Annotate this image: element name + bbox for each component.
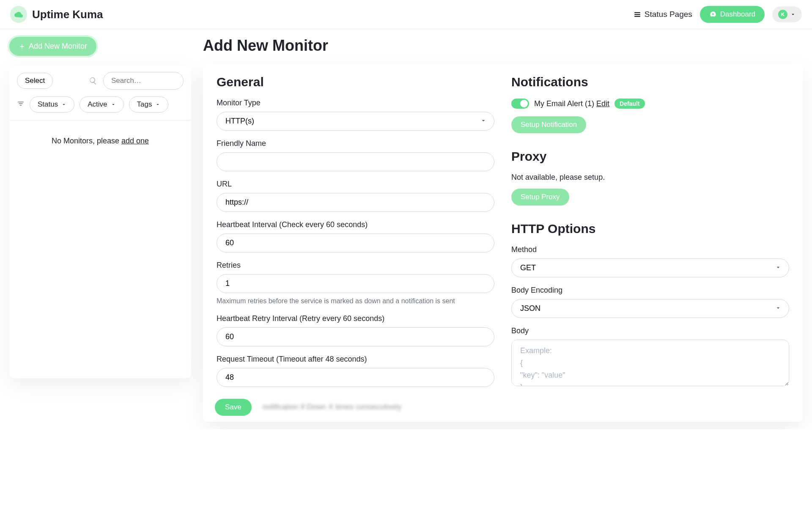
sidebar: Add New Monitor Select Status Active [9, 37, 191, 422]
friendly-name-label: Friendly Name [217, 139, 494, 148]
main: Add New Monitor General Monitor Type Fri… [203, 37, 803, 422]
dashboard-button[interactable]: Dashboard [700, 6, 765, 23]
search-icon [89, 77, 97, 85]
plus-icon [19, 43, 25, 50]
retries-help: Maximum retries before the service is ma… [217, 296, 494, 306]
search-input[interactable] [103, 72, 184, 90]
add-new-monitor-label: Add New Monitor [29, 42, 87, 51]
friendly-name-group: Friendly Name [217, 139, 494, 171]
brand[interactable]: Uptime Kuma [10, 6, 103, 23]
friendly-name-input[interactable] [217, 152, 494, 171]
heartbeat-interval-input[interactable] [217, 233, 494, 252]
notification-toggle[interactable] [511, 99, 529, 109]
app-header: Uptime Kuma Status Pages Dashboard K [0, 0, 812, 29]
filter-tags[interactable]: Tags [129, 96, 169, 112]
body-encoding-label: Body Encoding [511, 286, 789, 295]
brand-logo [10, 6, 27, 23]
retries-group: Retries Maximum retries before the servi… [217, 261, 494, 306]
content-card: General Monitor Type Friendly Name URL [203, 64, 803, 422]
user-menu[interactable]: K [772, 6, 802, 22]
url-label: URL [217, 180, 494, 189]
monitor-list-card: Select Status Active Tags [9, 65, 191, 378]
tachometer-icon [709, 11, 717, 18]
select-button[interactable]: Select [17, 73, 53, 89]
proxy-section: Proxy Not available, please setup. Setup… [511, 149, 789, 206]
body-encoding-select[interactable] [511, 299, 789, 318]
heartbeat-interval-label: Heartbeat Interval (Check every 60 secon… [217, 220, 494, 229]
cloud-logo-icon [14, 10, 23, 19]
retries-input[interactable] [217, 274, 494, 293]
chevron-down-icon [155, 102, 160, 107]
notification-row: My Email Alert (1) Edit Default [511, 99, 789, 109]
page-title: Add New Monitor [203, 37, 803, 55]
sidebar-top-row: Select [9, 65, 191, 95]
setup-notification-button[interactable]: Setup Notification [511, 116, 586, 133]
url-group: URL [217, 180, 494, 212]
notifications-heading: Notifications [511, 75, 789, 89]
general-column: General Monitor Type Friendly Name URL [217, 75, 494, 396]
method-group: Method [511, 245, 789, 277]
setup-proxy-button[interactable]: Setup Proxy [511, 189, 569, 206]
add-new-monitor-button[interactable]: Add New Monitor [9, 37, 96, 56]
proxy-heading: Proxy [511, 149, 789, 164]
sort-icon[interactable] [17, 100, 25, 110]
retry-interval-group: Heartbeat Retry Interval (Retry every 60… [217, 314, 494, 346]
monitor-type-label: Monitor Type [217, 99, 494, 107]
retry-interval-input[interactable] [217, 327, 494, 346]
timeout-label: Request Timeout (Timeout after 48 second… [217, 355, 494, 364]
chevron-down-icon [111, 102, 116, 107]
status-pages-label: Status Pages [645, 10, 692, 19]
proxy-not-available: Not available, please setup. [511, 173, 789, 182]
empty-monitors-message: No Monitors, please add one [9, 121, 191, 162]
method-label: Method [511, 245, 789, 254]
filter-active[interactable]: Active [80, 96, 123, 112]
retry-interval-label: Heartbeat Retry Interval (Retry every 60… [217, 314, 494, 323]
dashboard-label: Dashboard [720, 10, 755, 19]
chevron-down-icon [61, 102, 66, 107]
avatar: K [778, 10, 787, 19]
body-group: Body [511, 326, 789, 388]
notification-label: My Email Alert (1) Edit [534, 99, 609, 108]
http-options-heading: HTTP Options [511, 222, 789, 236]
monitor-type-group: Monitor Type [217, 99, 494, 131]
header-right: Status Pages Dashboard K [634, 6, 802, 23]
heartbeat-interval-group: Heartbeat Interval (Check every 60 secon… [217, 220, 494, 252]
layout: Add New Monitor Select Status Active [0, 29, 812, 429]
timeout-group: Request Timeout (Timeout after 48 second… [217, 355, 494, 387]
add-one-link[interactable]: add one [121, 137, 149, 145]
http-options-section: HTTP Options Method Body Encoding [511, 222, 789, 388]
blurred-text: notification if Down X times consecutive… [262, 403, 401, 412]
retries-label: Retries [217, 261, 494, 270]
body-encoding-group: Body Encoding [511, 286, 789, 318]
status-pages-link[interactable]: Status Pages [634, 10, 692, 19]
filter-row: Status Active Tags [9, 95, 191, 121]
url-input[interactable] [217, 193, 494, 212]
method-select[interactable] [511, 258, 789, 277]
timeout-input[interactable] [217, 368, 494, 387]
body-textarea[interactable] [511, 340, 789, 386]
right-column: Notifications My Email Alert (1) Edit De… [511, 75, 789, 396]
edit-notification-link[interactable]: Edit [596, 99, 609, 108]
monitor-type-select[interactable] [217, 112, 494, 131]
filter-status[interactable]: Status [30, 96, 74, 112]
body-label: Body [511, 326, 789, 335]
chevron-down-icon [790, 11, 796, 17]
list-icon [634, 11, 641, 18]
default-badge: Default [614, 99, 645, 109]
general-heading: General [217, 75, 494, 89]
save-button[interactable]: Save [215, 399, 252, 416]
brand-title: Uptime Kuma [32, 8, 103, 21]
